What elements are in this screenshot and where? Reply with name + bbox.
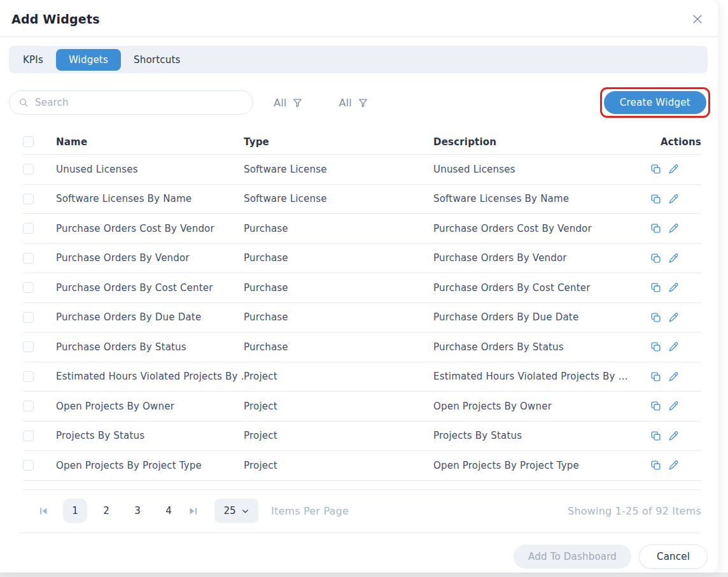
edit-icon[interactable] bbox=[668, 312, 679, 323]
tab-kpis[interactable]: KPIs bbox=[10, 49, 56, 71]
row-checkbox[interactable] bbox=[23, 194, 34, 204]
showing-items-text: Showing 1-25 of 92 Items bbox=[568, 505, 701, 517]
header-type: Type bbox=[244, 136, 433, 148]
duplicate-icon[interactable] bbox=[650, 371, 661, 382]
table-row: Unused LicensesSoftware LicenseUnused Li… bbox=[23, 155, 701, 185]
duplicate-icon[interactable] bbox=[650, 401, 661, 411]
search-wrap bbox=[9, 90, 253, 115]
row-type: Project bbox=[244, 430, 433, 441]
row-checkbox[interactable] bbox=[23, 371, 34, 382]
edit-icon[interactable] bbox=[668, 282, 679, 293]
create-widget-button[interactable]: Create Widget bbox=[604, 91, 706, 114]
edit-icon[interactable] bbox=[668, 194, 679, 204]
duplicate-icon[interactable] bbox=[650, 164, 661, 175]
duplicate-icon[interactable] bbox=[650, 282, 661, 293]
row-description: Software Licenses By Name bbox=[433, 193, 627, 204]
row-checkbox[interactable] bbox=[23, 431, 34, 441]
edit-icon[interactable] bbox=[668, 341, 679, 352]
row-name: Estimated Hours Violated Projects By … bbox=[56, 371, 244, 382]
duplicate-icon[interactable] bbox=[650, 460, 661, 471]
tab-bar: KPIsWidgetsShortcuts bbox=[9, 46, 708, 73]
toolbar: All All Create Widget bbox=[9, 87, 710, 118]
table-header-row: Name Type Description Actions bbox=[23, 129, 701, 155]
row-name: Software Licenses By Name bbox=[56, 193, 244, 204]
duplicate-icon[interactable] bbox=[650, 194, 661, 204]
pagination-bar: 1234 25 Items Per Page Showing 1-25 of 9… bbox=[23, 489, 701, 532]
edit-icon[interactable] bbox=[668, 223, 679, 234]
header-name: Name bbox=[56, 136, 244, 148]
row-description: Purchase Orders By Due Date bbox=[433, 311, 627, 323]
table-row: Software Licenses By NameSoftware Licens… bbox=[23, 185, 701, 215]
row-description: Purchase Orders Cost By Vendor bbox=[433, 223, 627, 234]
duplicate-icon[interactable] bbox=[650, 223, 661, 234]
row-description: Purchase Orders By Cost Center bbox=[433, 282, 627, 294]
edit-icon[interactable] bbox=[668, 164, 679, 175]
row-checkbox[interactable] bbox=[23, 401, 34, 411]
close-icon[interactable] bbox=[689, 11, 706, 27]
page-button-1[interactable]: 1 bbox=[63, 499, 87, 523]
row-description: Estimated Hours Violated Projects By … bbox=[433, 371, 627, 382]
edit-icon[interactable] bbox=[668, 401, 679, 411]
header-actions: Actions bbox=[627, 136, 701, 148]
filter-value: All bbox=[274, 97, 286, 109]
row-name: Unused Licenses bbox=[56, 164, 244, 175]
table-row: Estimated Hours Violated Projects By …Pr… bbox=[23, 362, 701, 392]
category-filter[interactable]: All bbox=[339, 97, 368, 109]
search-input[interactable] bbox=[9, 90, 253, 115]
row-checkbox[interactable] bbox=[23, 460, 34, 471]
row-name: Purchase Orders Cost By Vendor bbox=[56, 223, 244, 234]
edit-icon[interactable] bbox=[668, 253, 679, 264]
search-icon bbox=[18, 97, 29, 108]
table-body: Unused LicensesSoftware LicenseUnused Li… bbox=[23, 155, 701, 481]
row-name: Purchase Orders By Status bbox=[56, 341, 244, 353]
duplicate-icon[interactable] bbox=[650, 253, 661, 264]
select-all-checkbox[interactable] bbox=[23, 136, 34, 147]
row-description: Open Projects By Project Type bbox=[433, 460, 627, 471]
row-checkbox[interactable] bbox=[23, 282, 34, 293]
row-checkbox[interactable] bbox=[23, 164, 34, 175]
row-name: Open Projects By Owner bbox=[56, 401, 244, 412]
row-name: Purchase Orders By Cost Center bbox=[56, 282, 244, 294]
tab-shortcuts[interactable]: Shortcuts bbox=[121, 49, 193, 71]
row-checkbox[interactable] bbox=[23, 341, 34, 352]
page-size-select[interactable]: 25 bbox=[214, 499, 258, 523]
page-button-4[interactable]: 4 bbox=[157, 499, 181, 523]
cancel-button[interactable]: Cancel bbox=[639, 545, 708, 569]
page-button-3[interactable]: 3 bbox=[125, 499, 150, 523]
row-type: Purchase bbox=[244, 311, 433, 323]
row-type: Software License bbox=[244, 164, 433, 175]
edit-icon[interactable] bbox=[668, 371, 679, 382]
type-filter[interactable]: All bbox=[274, 97, 303, 109]
page-button-2[interactable]: 2 bbox=[94, 499, 118, 523]
row-type: Purchase bbox=[244, 223, 433, 234]
page-background-strip bbox=[0, 573, 728, 577]
header-description: Description bbox=[433, 136, 627, 148]
edit-icon[interactable] bbox=[668, 431, 679, 441]
duplicate-icon[interactable] bbox=[650, 341, 661, 352]
row-checkbox[interactable] bbox=[23, 312, 34, 323]
funnel-icon bbox=[358, 97, 368, 108]
row-type: Purchase bbox=[244, 252, 433, 264]
red-annotation-highlight: Create Widget bbox=[600, 87, 710, 118]
tab-widgets[interactable]: Widgets bbox=[56, 49, 121, 71]
row-name: Projects By Status bbox=[56, 430, 244, 441]
row-type: Purchase bbox=[244, 282, 433, 294]
filter-value: All bbox=[339, 97, 351, 109]
first-page-icon[interactable] bbox=[38, 506, 49, 516]
row-description: Projects By Status bbox=[433, 430, 627, 441]
duplicate-icon[interactable] bbox=[650, 431, 661, 441]
duplicate-icon[interactable] bbox=[650, 312, 661, 323]
edit-icon[interactable] bbox=[668, 460, 679, 471]
table-row: Purchase Orders Cost By VendorPurchasePu… bbox=[23, 214, 701, 244]
row-checkbox[interactable] bbox=[23, 253, 34, 264]
row-description: Purchase Orders By Status bbox=[433, 341, 627, 353]
row-checkbox[interactable] bbox=[23, 223, 34, 234]
table-row: Purchase Orders By VendorPurchasePurchas… bbox=[23, 244, 701, 274]
last-page-icon[interactable] bbox=[188, 506, 199, 516]
add-widgets-modal: Add Widgets KPIsWidgetsShortcuts All All… bbox=[0, 0, 718, 573]
modal-header: Add Widgets bbox=[0, 0, 718, 37]
chevron-down-icon bbox=[241, 507, 249, 515]
table-row: Purchase Orders By Due DatePurchasePurch… bbox=[23, 303, 701, 333]
widgets-table: Name Type Description Actions Unused Lic… bbox=[23, 129, 701, 481]
add-to-dashboard-button[interactable]: Add To Dashboard bbox=[514, 545, 631, 569]
